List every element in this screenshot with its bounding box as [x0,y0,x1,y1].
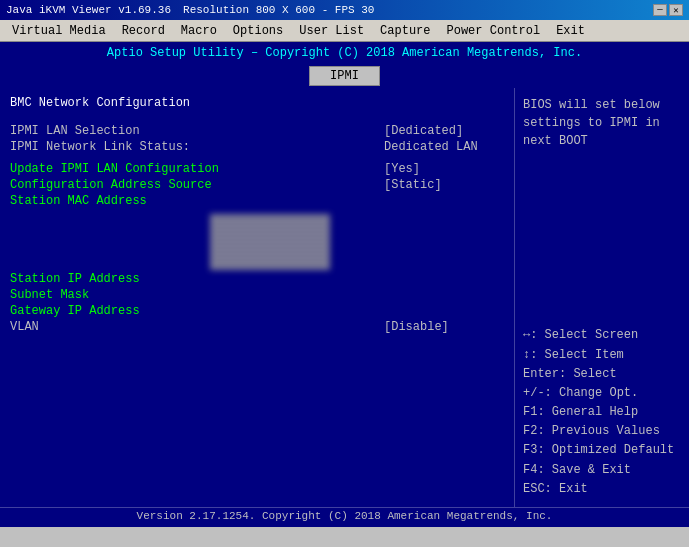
redacted-data-block [210,214,330,270]
value-vlan: [Disable] [384,320,504,334]
menu-bar: Virtual Media Record Macro Options User … [0,20,689,42]
bios-wrapper: Aptio Setup Utility – Copyright (C) 2018… [0,42,689,527]
desc-select-screen: Select Screen [545,328,639,342]
menu-power-control[interactable]: Power Control [439,22,549,40]
help-row-enter: Enter: Select [523,365,681,384]
resolution-info: Resolution 800 X 600 - FPS 30 [183,4,374,16]
left-panel: BMC Network Configuration IPMI LAN Selec… [0,88,514,507]
right-panel: BIOS will set below settings to IPMI in … [514,88,689,507]
help-row-esc: ESC: Exit [523,480,681,499]
section-title: BMC Network Configuration [10,96,504,110]
menu-exit[interactable]: Exit [548,22,593,40]
menu-capture[interactable]: Capture [372,22,438,40]
menu-virtual-media[interactable]: Virtual Media [4,22,114,40]
label-subnet-mask: Subnet Mask [10,288,89,302]
key-change-opt: +/-: [523,386,552,400]
tab-ipmi[interactable]: IPMI [309,66,380,86]
row-station-mac: Station MAC Address [10,194,504,208]
value-update-ipmi-lan: [Yes] [384,162,504,176]
bios-title: Aptio Setup Utility – Copyright (C) 2018… [107,46,582,60]
value-gateway-ip [384,304,504,318]
desc-select-item: Select Item [545,348,624,362]
value-station-mac [384,194,504,208]
help-row-change-opt: +/-: Change Opt. [523,384,681,403]
help-row-f3: F3: Optimized Default [523,441,681,460]
help-row-select-item: ↕: Select Item [523,346,681,365]
label-update-ipmi-lan: Update IPMI LAN Configuration [10,162,219,176]
row-station-ip: Station IP Address [10,272,504,286]
help-row-f1: F1: General Help [523,403,681,422]
help-row-f2: F2: Previous Values [523,422,681,441]
menu-options[interactable]: Options [225,22,291,40]
key-enter: Enter: [523,367,566,381]
key-f2: F2: [523,424,545,438]
row-update-ipmi-lan: Update IPMI LAN Configuration [Yes] [10,162,504,176]
status-bar: Version 2.17.1254. Copyright (C) 2018 Am… [0,507,689,527]
row-ipmi-network-link: IPMI Network Link Status: Dedicated LAN [10,140,504,154]
help-row-select-screen: ↔: Select Screen [523,326,681,345]
label-station-ip: Station IP Address [10,272,140,286]
bios-header: Aptio Setup Utility – Copyright (C) 2018… [0,42,689,64]
label-gateway-ip: Gateway IP Address [10,304,140,318]
menu-macro[interactable]: Macro [173,22,225,40]
key-select-item: ↕: [523,348,537,362]
desc-esc: Exit [559,482,588,496]
value-station-ip [384,272,504,286]
right-top-text: BIOS will set below settings to IPMI in … [523,96,681,318]
row-subnet-mask: Subnet Mask [10,288,504,302]
desc-f2: Previous Values [552,424,660,438]
value-subnet-mask [384,288,504,302]
value-ipmi-network-link: Dedicated LAN [384,140,504,154]
value-ipmi-lan-selection: [Dedicated] [384,124,504,138]
desc-f4: Save & Exit [552,463,631,477]
label-station-mac: Station MAC Address [10,194,147,208]
label-config-address-source: Configuration Address Source [10,178,212,192]
row-vlan: VLAN [Disable] [10,320,504,334]
label-ipmi-network-link: IPMI Network Link Status: [10,140,190,154]
key-f4: F4: [523,463,545,477]
tab-bar: IPMI [0,64,689,88]
close-button[interactable]: ✕ [669,4,683,16]
key-f3: F3: [523,443,545,457]
row-config-address-source: Configuration Address Source [Static] [10,178,504,192]
content-area: BMC Network Configuration IPMI LAN Selec… [0,88,689,507]
desc-f1: General Help [552,405,638,419]
app-title: Java iKVM Viewer v1.69.36 [6,4,171,16]
desc-change-opt: Change Opt. [559,386,638,400]
menu-user-list[interactable]: User List [291,22,372,40]
menu-record[interactable]: Record [114,22,173,40]
key-esc: ESC: [523,482,552,496]
row-gateway-ip: Gateway IP Address [10,304,504,318]
help-row-f4: F4: Save & Exit [523,461,681,480]
title-bar-controls[interactable]: — ✕ [653,4,683,16]
title-bar: Java iKVM Viewer v1.69.36 Resolution 800… [0,0,689,20]
label-ipmi-lan-selection: IPMI LAN Selection [10,124,140,138]
right-help-section: ↔: Select Screen ↕: Select Item Enter: S… [523,326,681,499]
value-config-address-source: [Static] [384,178,504,192]
label-vlan: VLAN [10,320,39,334]
desc-f3: Optimized Default [552,443,674,457]
key-select-screen: ↔: [523,328,537,342]
row-ipmi-lan-selection: IPMI LAN Selection [Dedicated] [10,124,504,138]
minimize-button[interactable]: — [653,4,667,16]
title-bar-left: Java iKVM Viewer v1.69.36 Resolution 800… [6,4,374,16]
desc-enter: Select [573,367,616,381]
bios-footer: Version 2.17.1254. Copyright (C) 2018 Am… [137,510,553,522]
key-f1: F1: [523,405,545,419]
